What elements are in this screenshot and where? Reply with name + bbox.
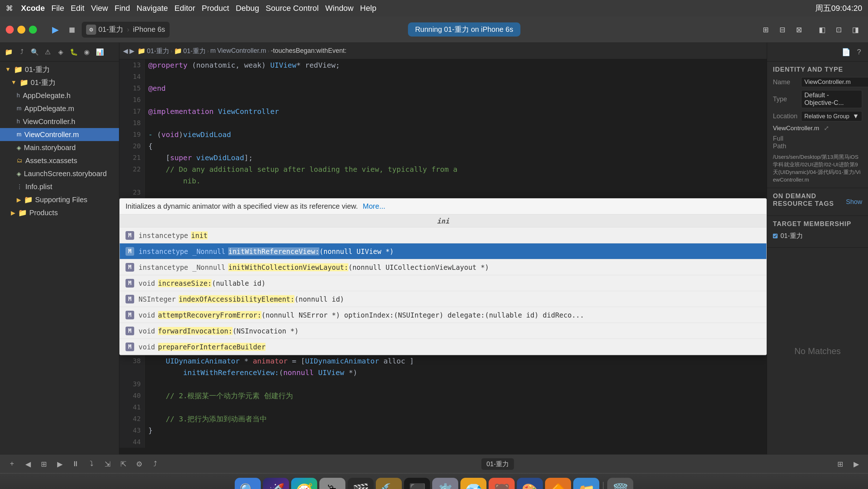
bottom-stop-btn[interactable]: ⏸ (69, 458, 82, 470)
bottom-grid-btn[interactable]: ⊞ (38, 458, 50, 470)
ac-type-ar: void (139, 311, 155, 319)
menubar-file[interactable]: File (51, 4, 64, 13)
sidebar-item-launchscreen[interactable]: ◈ LaunchScreen.storyboard (0, 167, 119, 180)
fullscreen-button[interactable] (29, 26, 37, 34)
menubar-view[interactable]: View (91, 4, 108, 13)
sidebar-debug-btn[interactable]: 🐛 (68, 46, 80, 58)
apple-icon[interactable]: ⌘ (6, 4, 13, 13)
bottom-debug-btn[interactable]: ⚙ (133, 458, 145, 470)
sidebar-item-info[interactable]: ⋮ Info.plist (0, 180, 119, 193)
scheme-selector[interactable]: ⚙ 01-重力 › iPhone 6s (82, 22, 170, 38)
menubar-debug[interactable]: Debug (236, 4, 259, 13)
sidebar-item-appdelegate-h[interactable]: h AppDelegate.h (0, 89, 119, 102)
dock-quicktime[interactable]: 🎬 (348, 478, 374, 489)
sidebar-issue-btn[interactable]: ⚠ (42, 46, 54, 58)
sidebar-source-btn[interactable]: ⤴ (16, 46, 27, 58)
sidebar-item-products[interactable]: ▶ 📁 Products (0, 206, 119, 219)
menubar-xcode[interactable]: Xcode (21, 4, 45, 13)
autocomplete-item-increaseSize[interactable]: M void increaseSize: (nullable id) (120, 275, 766, 291)
sidebar-item-viewcontroller-m[interactable]: m ViewController.m (0, 128, 119, 141)
dock-safari[interactable]: 🧭 (291, 478, 317, 489)
dock-medibang[interactable]: 🎨 (517, 478, 543, 489)
dock-folder[interactable]: 📁 (573, 478, 599, 489)
menubar-editor[interactable]: Editor (174, 4, 195, 13)
inspector-type-select[interactable]: Default - Objective-C... (801, 90, 862, 108)
dock-launchpad[interactable]: 🚀 (263, 478, 289, 489)
breadcrumb-root[interactable]: 📁 (137, 47, 145, 55)
autocomplete-list[interactable]: ini M instancetype init M instancetype _… (120, 214, 766, 355)
sidebar-breakpoint-btn[interactable]: ◉ (81, 46, 93, 58)
sidebar-folder-btn[interactable]: 📁 (3, 46, 14, 58)
inspector-show-btn[interactable]: Show (846, 198, 862, 206)
dock-terminal[interactable]: ⬛ (404, 478, 430, 489)
dock-mouse[interactable]: 🖱 (319, 478, 345, 489)
rp-question-btn[interactable]: ? (854, 47, 864, 58)
close-button[interactable] (6, 26, 14, 34)
breadcrumb-item3[interactable]: -touchesBegan:withEvent: (271, 47, 346, 55)
autocomplete-item-init[interactable]: M instancetype init (120, 228, 766, 243)
bottom-play-btn[interactable]: ▶ (54, 458, 66, 470)
editor-standard-btn[interactable]: ⊞ (759, 23, 773, 37)
bottom-share-btn[interactable]: ⤴ (149, 458, 161, 470)
reveal-icon[interactable]: ⤢ (824, 125, 829, 132)
breadcrumb-item0[interactable]: 01-重力 (147, 47, 169, 55)
dock-trash[interactable]: 🗑️ (607, 478, 633, 489)
autocomplete-item-forwardInvocation[interactable]: M void forwardInvocation: (NSInvocation … (120, 323, 766, 339)
dock-sketch[interactable]: 💎 (460, 478, 486, 489)
autocomplete-item-indexOfAccessibilityElement[interactable]: M NSInteger indexOfAccessibilityElement:… (120, 291, 766, 307)
dock-bear[interactable]: 🐻 (489, 478, 515, 489)
autocomplete-more-link[interactable]: More... (363, 202, 385, 210)
code-lines-top[interactable]: @property (nonatomic, weak) UIView* redV… (145, 59, 767, 198)
dock-vlc[interactable]: 🔶 (545, 478, 571, 489)
inspector-name-input[interactable] (801, 77, 868, 87)
breadcrumb-item1[interactable]: 01-重力 (183, 47, 206, 55)
debug-btn[interactable]: ⊡ (832, 23, 846, 37)
bottom-add-btn[interactable]: + (6, 458, 18, 470)
autocomplete-item-attemptRecovery[interactable]: M void attemptRecoveryFromError: (nonnul… (120, 307, 766, 323)
editor-version-btn[interactable]: ⊠ (792, 23, 806, 37)
bottom-console-btn[interactable]: ▶ (850, 458, 862, 470)
code-lines-bottom[interactable]: UIDynamicAnimator * animator = [UIDynami… (145, 355, 767, 448)
dock-hammer[interactable]: 🔨 (376, 478, 402, 489)
breadcrumb-item2[interactable]: ViewController.m (217, 47, 266, 55)
dock-finder[interactable]: 🔍 (235, 478, 261, 489)
sidebar-item-appdelegate-m[interactable]: m AppDelegate.m (0, 102, 119, 115)
inspector-location-select[interactable]: Relative to Group ▼ (801, 111, 862, 122)
minimize-button[interactable] (17, 26, 25, 34)
editor-assistant-btn[interactable]: ⊟ (775, 23, 789, 37)
menubar-navigate[interactable]: Navigate (137, 4, 168, 13)
bottom-stepin-btn[interactable]: ⇲ (101, 458, 114, 470)
menubar-source-control[interactable]: Source Control (266, 4, 319, 13)
breadcrumb-nav-prev[interactable]: ◀ (123, 47, 128, 55)
autocomplete-item-prepareForInterfaceBuilder[interactable]: M void prepareForInterfaceBuilder (120, 339, 766, 355)
menubar-product[interactable]: Product (202, 4, 229, 13)
menubar-window[interactable]: Window (325, 4, 353, 13)
bottom-stepout-btn[interactable]: ⇱ (117, 458, 129, 470)
bottom-stepover-btn[interactable]: ⤵ (85, 458, 98, 470)
run-button[interactable]: ▶ (48, 23, 62, 37)
sidebar-report-btn[interactable]: 📊 (94, 46, 106, 58)
sidebar-item-assets[interactable]: 🗂 Assets.xcassets (0, 154, 119, 167)
autocomplete-item-initWithCollectionViewLayout[interactable]: M instancetype _Nonnull initWithCollecti… (120, 259, 766, 275)
rp-file-btn[interactable]: 📄 (841, 47, 851, 58)
breadcrumb-nav-next[interactable]: ▶ (129, 47, 135, 55)
sidebar-item-group1[interactable]: ▼ 📁 01-重力 (0, 76, 119, 89)
bottom-grid2-btn[interactable]: ⊞ (834, 458, 846, 470)
sidebar-item-root[interactable]: ▼ 📁 01-重力 (0, 63, 119, 76)
inspector-btn[interactable]: ◨ (848, 23, 862, 37)
menubar-help[interactable]: Help (360, 4, 376, 13)
autocomplete-item-initWithReferenceView[interactable]: M instancetype _Nonnull initWithReferenc… (120, 243, 766, 259)
sidebar-search-btn[interactable]: 🔍 (29, 46, 41, 58)
navigator-btn[interactable]: ◧ (815, 23, 829, 37)
inspector-target-checkbox[interactable] (773, 234, 778, 238)
sidebar-item-supporting[interactable]: ▶ 📁 Supporting Files (0, 193, 119, 206)
stop-button[interactable]: ◼ (65, 23, 79, 37)
sidebar-item-main-storyboard[interactable]: ◈ Main.storyboard (0, 141, 119, 154)
dock-system-prefs[interactable]: ⚙️ (432, 478, 458, 489)
sidebar-item-viewcontroller-h[interactable]: h ViewController.h (0, 115, 119, 128)
menubar-find[interactable]: Find (115, 4, 130, 13)
bottom-back-btn[interactable]: ◀ (22, 458, 34, 470)
sidebar-test-btn[interactable]: ◈ (55, 46, 67, 58)
menubar-edit[interactable]: Edit (71, 4, 84, 13)
code-editor[interactable]: 13 14 15 16 17 18 19 20 21 22 23 (119, 59, 767, 454)
